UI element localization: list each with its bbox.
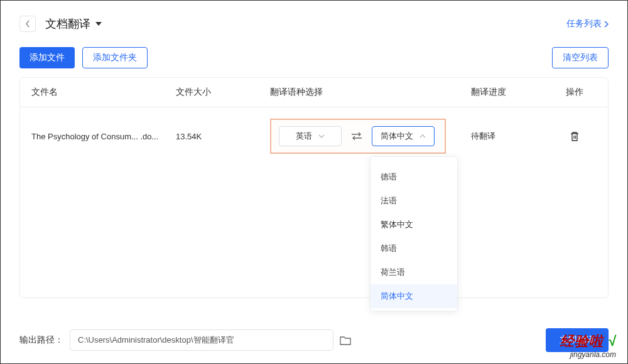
- translate-now-button[interactable]: 立即翻译: [546, 328, 609, 352]
- swap-languages-button[interactable]: [348, 132, 365, 141]
- caret-down-icon: [95, 22, 102, 26]
- task-list-link[interactable]: 任务列表: [566, 18, 609, 29]
- delete-button[interactable]: [570, 131, 580, 142]
- dropdown-item-selected[interactable]: 简体中文: [371, 284, 457, 308]
- col-header-progress: 翻译进度: [471, 87, 553, 98]
- output-path-input[interactable]: [70, 329, 333, 351]
- col-header-lang: 翻译语种选择: [270, 87, 471, 98]
- target-language-dropdown: —— 德语 法语 繁体中文 韩语 荷兰语 简体中文: [370, 156, 458, 311]
- back-button[interactable]: [19, 16, 36, 32]
- file-table: 文件名 文件大小 翻译语种选择 翻译进度 操作 The Psychology o…: [19, 77, 609, 298]
- dropdown-item[interactable]: 繁体中文: [371, 213, 457, 237]
- swap-icon: [351, 132, 362, 141]
- page-title: 文档翻译: [45, 16, 90, 31]
- clear-list-button[interactable]: 清空列表: [552, 47, 609, 68]
- browse-folder-button[interactable]: [340, 336, 351, 345]
- page-title-dropdown[interactable]: 文档翻译: [45, 16, 102, 31]
- file-size: 13.54K: [176, 132, 270, 141]
- file-name: The Psychology of Consum... .do...: [31, 132, 176, 141]
- dropdown-item[interactable]: 德语: [371, 165, 457, 189]
- dropdown-item[interactable]: 法语: [371, 189, 457, 213]
- add-folder-button[interactable]: 添加文件夹: [82, 47, 148, 68]
- chevron-left-icon: [25, 20, 30, 28]
- target-language-value: 简体中文: [381, 131, 413, 142]
- source-language-select[interactable]: 英语: [279, 126, 342, 146]
- chevron-right-icon: [604, 21, 609, 28]
- task-list-label: 任务列表: [566, 18, 602, 29]
- source-language-value: 英语: [296, 131, 312, 142]
- table-header: 文件名 文件大小 翻译语种选择 翻译进度 操作: [20, 78, 608, 107]
- language-selector-highlight: 英语 简体中文: [270, 119, 446, 154]
- table-row: The Psychology of Consum... .do... 13.54…: [20, 107, 608, 165]
- target-language-select[interactable]: 简体中文: [372, 126, 435, 146]
- output-path-label: 输出路径：: [19, 335, 63, 346]
- add-file-button[interactable]: 添加文件: [19, 47, 75, 68]
- dropdown-item[interactable]: 荷兰语: [371, 260, 457, 284]
- chevron-down-icon: [318, 134, 325, 138]
- dropdown-item[interactable]: 韩语: [371, 237, 457, 260]
- translation-status: 待翻译: [471, 131, 553, 142]
- chevron-up-icon: [420, 134, 426, 138]
- folder-icon: [340, 336, 351, 345]
- trash-icon: [570, 131, 580, 142]
- col-header-name: 文件名: [31, 87, 176, 98]
- check-icon: √: [608, 333, 616, 349]
- col-header-op: 操作: [553, 87, 597, 98]
- col-header-size: 文件大小: [176, 87, 270, 98]
